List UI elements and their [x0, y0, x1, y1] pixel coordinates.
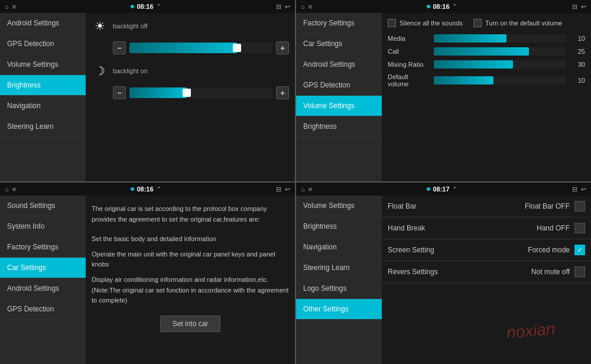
hand-break-row: Hand Break Hand OFF [382, 217, 591, 239]
checkbox-row: Silence all the sounds Turn on the defau… [388, 19, 585, 27]
call-label: Call [388, 48, 429, 55]
sidebar-tr: Factory Settings Car Settings Android Se… [296, 13, 382, 181]
default-slider[interactable] [434, 76, 566, 84]
other-settings-content: Float Bar Float Bar OFF Hand Break Hand … [382, 196, 591, 364]
float-bar-label: Float Bar [388, 202, 525, 210]
sidebar-gps-detection[interactable]: GPS Detection [0, 34, 86, 54]
sidebar-steering-learn[interactable]: Steering Learn [0, 116, 86, 137]
volume-content: Silence all the sounds Turn on the defau… [382, 13, 591, 181]
status-bar-tl: ⌂ ≡ 08:16 ⌃ ⊟ ↩ [0, 0, 295, 13]
sidebar-other-settings-br[interactable]: Other Settings [296, 299, 382, 320]
media-label: Media [388, 35, 429, 42]
sidebar-navigation[interactable]: Navigation [0, 96, 86, 116]
back-icon-bl[interactable]: ↩ [285, 186, 290, 193]
sidebar-system-info[interactable]: System Info [0, 216, 86, 237]
menu-icon[interactable]: ≡ [12, 3, 16, 10]
revers-row: Revers Settings Not mute off [382, 261, 591, 283]
float-bar-checkbox[interactable] [574, 201, 585, 212]
sidebar-steering-br[interactable]: Steering Learn [296, 258, 382, 278]
screen-setting-value: Forced mode [528, 246, 570, 254]
home-icon[interactable]: ⌂ [5, 3, 9, 10]
mixing-fill [434, 60, 513, 69]
car-bullet-1: Set the basic body and detailed informat… [92, 232, 289, 247]
panel-body-tl: Android Settings GPS Detection Volume Se… [0, 13, 295, 181]
call-slider[interactable] [434, 47, 566, 56]
default-fill [434, 76, 493, 84]
checkmark-icon: ✓ [577, 246, 583, 254]
night-increase-btn[interactable]: + [276, 86, 289, 99]
sidebar-tl: Android Settings GPS Detection Volume Se… [0, 13, 86, 181]
brightness-content: ☀ backlight off − + ☽ backlight on [86, 13, 295, 181]
time-tl: 08:16 [137, 3, 153, 10]
mixing-row: Mixing Ratio 30 [388, 60, 585, 69]
panel-top-left: ⌂ ≡ 08:16 ⌃ ⊟ ↩ Android Settings GPS Det… [0, 0, 295, 181]
status-bar-bl: ⌂ ≡ 08:16 ⌃ ⊟ ↩ [0, 183, 295, 196]
mixing-slider[interactable] [434, 60, 566, 69]
time-bl: 08:16 [137, 186, 153, 193]
sidebar-android-settings-bl[interactable]: Android Settings [0, 278, 86, 299]
home-icon-br[interactable]: ⌂ [301, 186, 305, 193]
sidebar-sound-settings[interactable]: Sound Settings [0, 196, 86, 216]
sidebar-android-settings-tr[interactable]: Android Settings [296, 54, 382, 75]
signal-dot-br [427, 187, 430, 191]
car-bullet-3: Display air conditioning information and… [92, 272, 289, 308]
screen-setting-label: Screen Setting [388, 246, 528, 254]
sidebar-bl: Sound Settings System Info Factory Setti… [0, 196, 86, 364]
sidebar-volume-settings-tr[interactable]: Volume Settings [296, 96, 382, 116]
sidebar-car-settings[interactable]: Car Settings [0, 258, 86, 278]
panel-body-bl: Sound Settings System Info Factory Setti… [0, 196, 295, 364]
call-value: 25 [571, 48, 585, 55]
sidebar-brightness-tr[interactable]: Brightness [296, 116, 382, 137]
time-br: 08:17 [433, 186, 449, 193]
home-icon-tr[interactable]: ⌂ [301, 3, 305, 10]
signal-dot-bl [131, 187, 134, 191]
sidebar-volume-settings[interactable]: Volume Settings [0, 54, 86, 75]
default-volume-checkbox-item[interactable]: Turn on the default volume [473, 19, 562, 27]
sidebar-factory-settings[interactable]: Factory Settings [0, 237, 86, 258]
media-row: Media 10 [388, 34, 585, 43]
hand-break-checkbox[interactable] [574, 223, 585, 233]
night-slider-container: − + [113, 86, 289, 99]
day-decrease-btn[interactable]: − [113, 41, 126, 54]
sidebar-logo-settings-br[interactable]: Logo Settings [296, 278, 382, 299]
sidebar-android-settings[interactable]: Android Settings [0, 13, 86, 34]
sidebar-volume-br[interactable]: Volume Settings [296, 196, 382, 216]
screen-setting-row: Screen Setting Forced mode ✓ [382, 239, 591, 261]
back-icon[interactable]: ↩ [285, 3, 290, 11]
silence-checkbox-item[interactable]: Silence all the sounds [388, 19, 463, 27]
sidebar-factory-settings-tr[interactable]: Factory Settings [296, 13, 382, 34]
call-row: Call 25 [388, 47, 585, 56]
back-icon-br[interactable]: ↩ [581, 186, 586, 193]
media-value: 10 [571, 35, 585, 42]
screen-setting-checkbox[interactable]: ✓ [574, 245, 585, 255]
default-volume-checkbox[interactable] [473, 19, 482, 27]
sidebar-car-settings-tr[interactable]: Car Settings [296, 34, 382, 54]
night-slider-track[interactable] [129, 87, 272, 98]
signal-dot-tr [427, 5, 430, 8]
silence-checkbox[interactable] [388, 19, 396, 27]
sidebar-gps-detection-tr[interactable]: GPS Detection [296, 75, 382, 96]
back-icon-tr[interactable]: ↩ [581, 3, 586, 11]
status-bar-br: ⌂ ≡ 08:17 ⌃ ⊟ ↩ [296, 183, 591, 196]
time-tr: 08:16 [433, 3, 449, 10]
silence-label: Silence all the sounds [400, 20, 463, 27]
set-into-car-button[interactable]: Set into car [160, 316, 221, 332]
revers-checkbox[interactable] [574, 266, 585, 277]
day-slider-fill [129, 43, 237, 53]
menu-icon-bl[interactable]: ≡ [12, 186, 16, 193]
home-icon-bl[interactable]: ⌂ [5, 186, 9, 193]
menu-icon-br[interactable]: ≡ [309, 186, 312, 193]
night-decrease-btn[interactable]: − [113, 86, 126, 99]
day-increase-btn[interactable]: + [276, 41, 289, 54]
moon-icon: ☽ [92, 64, 108, 78]
sidebar-brightness-br[interactable]: Brightness [296, 216, 382, 237]
menu-icon-tr[interactable]: ≡ [309, 3, 312, 10]
sidebar-brightness[interactable]: Brightness [0, 75, 86, 96]
sidebar-navigation-br[interactable]: Navigation [296, 237, 382, 258]
default-volume-label: Turn on the default volume [485, 20, 562, 27]
wifi-icon-tr: ⊟ [572, 3, 577, 11]
day-slider-track[interactable] [129, 43, 272, 53]
sidebar-gps-detection-bl[interactable]: GPS Detection [0, 299, 86, 320]
media-slider[interactable] [434, 34, 566, 43]
default-label: Default volume [388, 73, 429, 87]
